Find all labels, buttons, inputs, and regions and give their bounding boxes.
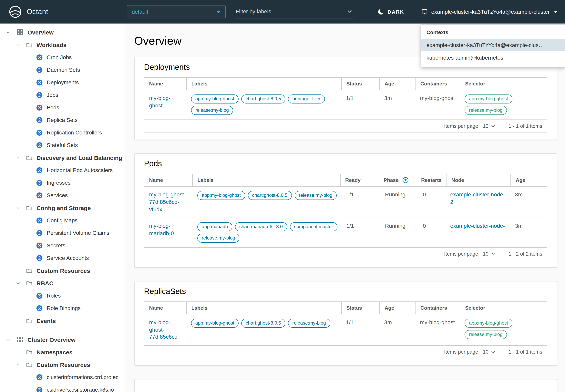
label-tag[interactable]: release:my-blog (197, 233, 239, 242)
label-filter-input[interactable] (236, 8, 347, 14)
deployment-name-link[interactable]: my-blog-ghost (149, 95, 170, 109)
sidebar-item-config-maps[interactable]: Config Maps (0, 214, 125, 226)
sidebar-group-overview[interactable]: Overview (0, 26, 125, 38)
context-menu-item[interactable]: kubernetes-admin@kubernetes (421, 51, 565, 64)
pods-icon (36, 104, 43, 111)
node-link[interactable]: example-cluster-node-2 (450, 191, 505, 205)
items-per-page-label: Items per page (444, 251, 478, 257)
sidebar-item-service-accounts[interactable]: Service Accounts (0, 252, 125, 264)
sidebar-item-cron-jobs[interactable]: Cron Jobs (0, 51, 125, 64)
caret-down-icon[interactable] (16, 205, 26, 210)
items-per-page-select[interactable]: 10 (483, 349, 495, 355)
label-tag[interactable]: release:my-blog (288, 319, 330, 327)
label-tag[interactable]: chart:ghost-8.0.5 (248, 191, 292, 200)
caret-down-icon[interactable] (16, 281, 26, 285)
table-header-row: Name Labels Ready Phase Restarts Node Ag… (144, 174, 547, 187)
sidebar-section-discovery[interactable]: Discovery and Load Balancing (0, 151, 125, 164)
ready-cell: 1/1 (342, 218, 380, 247)
sidebar-item-replication-controllers[interactable]: Replication Controllers (0, 126, 125, 139)
label-tag[interactable]: chart:ghost-8.0.5 (241, 319, 285, 327)
sidebar-item-ingresses[interactable]: Ingresses (0, 176, 125, 189)
label-tag[interactable]: release:my-blog (191, 106, 233, 115)
sidebar-section-workloads[interactable]: Workloads (0, 38, 125, 51)
context-select[interactable]: example-cluster-ka3TuTzYo4a@example-clus… (421, 9, 557, 15)
sidebar-item-services[interactable]: Services (0, 189, 125, 201)
label-tag[interactable]: app:mariadb (197, 222, 232, 231)
column-header: Age (379, 78, 415, 90)
selector-tag[interactable]: app:my-blog-ghost (465, 319, 512, 327)
chevron-down-icon (554, 11, 557, 13)
containers-cell: my-blog-ghost (415, 90, 460, 119)
folder-icon (26, 317, 32, 324)
sidebar-item-label: Ingresses (47, 180, 70, 186)
selector-tag[interactable]: app:my-blog-ghost (465, 95, 512, 103)
sidebar-item-roles[interactable]: Roles (0, 289, 125, 302)
sidebar-item-label: csidrivers.csi.storage.k8s.io (47, 387, 114, 392)
cluster-overview-icon (16, 336, 24, 343)
sidebar-item-clusterinformations[interactable]: clusterinformations.crd.projec (0, 371, 125, 383)
contexts-dropdown: Contexts example-cluster-ka3TuTzYo4a@exa… (421, 24, 565, 68)
label-tag[interactable]: app:my-blog-ghost (191, 319, 238, 327)
caret-down-icon[interactable] (5, 337, 16, 342)
caret-down-icon[interactable] (16, 362, 26, 367)
label-tag[interactable]: chart:ghost-8.0.5 (241, 95, 285, 103)
table-header-row: Name Labels Status Age Containers Select… (144, 302, 547, 314)
selector-tag[interactable]: release:my-blog (465, 330, 507, 339)
label-tag[interactable]: release:my-blog (295, 191, 337, 200)
label-tag[interactable]: app:my-blog-ghost (197, 191, 245, 200)
sidebar-item-horizontal-pod-autoscalers[interactable]: Horizontal Pod Autoscalers (0, 164, 125, 176)
sidebar-item-jobs[interactable]: Jobs (0, 89, 125, 101)
items-per-page-select[interactable]: 10 (483, 123, 495, 129)
label-tag[interactable]: component:master (290, 222, 337, 231)
sidebar-section-label: Custom Resources (36, 361, 90, 368)
pagination-range: 1 - 1 of 1 items (508, 349, 542, 355)
context-menu-item[interactable]: example-cluster-ka3TuTzYo4a@example-clus… (421, 39, 565, 51)
namespace-select[interactable]: default (127, 5, 226, 18)
sidebar-section-label: Config and Storage (36, 204, 91, 211)
context-label: example-cluster-ka3TuTzYo4a@example-clus… (431, 9, 550, 15)
replicaset-name-link[interactable]: my-blog-ghost-77df85c6cd (149, 319, 178, 340)
sidebar-item-deployments[interactable]: Deployments (0, 76, 125, 89)
sidebar-item-label: Persistent Volume Claims (47, 230, 109, 236)
sidebar-section-custom-resources[interactable]: Custom Resources (0, 264, 125, 277)
caret-down-icon[interactable] (16, 155, 26, 160)
items-per-page-select[interactable]: 10 (483, 251, 495, 257)
sidebar-section-rbac[interactable]: RBAC (0, 277, 125, 289)
sidebar-item-replica-sets[interactable]: Replica Sets (0, 114, 125, 126)
label-tag[interactable]: chart:mariadb-6.13.0 (235, 222, 287, 231)
column-header: Age (511, 174, 547, 186)
status-cell: 1/1 (341, 314, 379, 345)
label-tag[interactable]: app:my-blog-ghost (191, 95, 238, 103)
chevron-down-icon (491, 125, 495, 127)
sidebar-section-label: RBAC (36, 280, 54, 286)
sidebar-section-config-storage[interactable]: Config and Storage (0, 201, 125, 214)
caret-down-icon[interactable] (16, 42, 26, 47)
sidebar-section-cluster-custom-resources[interactable]: Custom Resources (0, 358, 125, 371)
selector-tag[interactable]: release:my-blog (465, 106, 507, 115)
node-link[interactable]: example-cluster-node-1 (450, 223, 505, 236)
cron-jobs-icon (36, 54, 43, 61)
column-header: Restarts (416, 174, 446, 186)
sidebar-item-pods[interactable]: Pods (0, 101, 125, 114)
caret-down-icon[interactable] (5, 29, 16, 35)
sidebar-section-events[interactable]: Events (0, 314, 125, 327)
label-tag[interactable]: heritage:Tiller (288, 95, 325, 103)
sidebar-section-namespaces[interactable]: Namespaces (0, 346, 125, 358)
persistent-volume-claims-icon (36, 229, 43, 236)
horizontal-pod-autoscalers-icon (36, 167, 43, 173)
pod-name-link[interactable]: my-blog-ghost-77df85c6cd-vf6dx (149, 191, 186, 212)
sidebar-item-daemon-sets[interactable]: Daemon Sets (0, 64, 125, 76)
sidebar-item-role-bindings[interactable]: Role Bindings (0, 302, 125, 314)
chevron-down-icon[interactable] (347, 10, 352, 13)
sidebar-group-cluster-overview[interactable]: Cluster Overview (0, 333, 125, 346)
pagination: Items per page 10 1 - 1 of 1 items (144, 346, 547, 358)
sidebar-item-label: Config Maps (47, 217, 77, 224)
folder-icon (26, 204, 32, 211)
sidebar-item-stateful-sets[interactable]: Stateful Sets (0, 139, 125, 151)
theme-toggle[interactable]: DARK (378, 9, 404, 15)
sidebar-item-secrets[interactable]: Secrets (0, 239, 125, 252)
pod-name-link[interactable]: my-blog-mariadb-0 (149, 223, 174, 236)
sidebar-item-persistent-volume-claims[interactable]: Persistent Volume Claims (0, 226, 125, 239)
phase-filter-icon[interactable] (402, 177, 408, 183)
sidebar-item-csidrivers[interactable]: csidrivers.csi.storage.k8s.io (0, 383, 125, 392)
